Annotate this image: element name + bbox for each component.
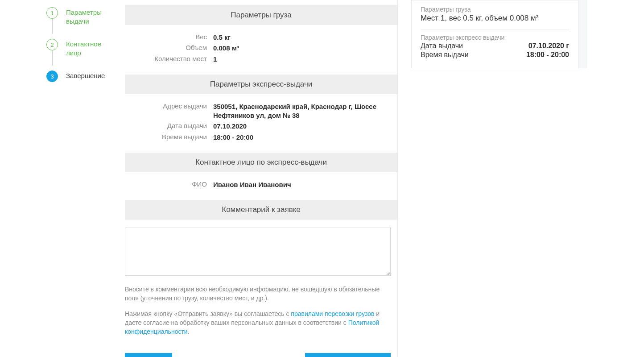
step-params[interactable]: 1 Параметры выдачи: [46, 7, 125, 39]
value-fio: Иванов Иван Иванович: [213, 180, 291, 189]
row-address: Адрес выдачи 350051, Краснодарский край,…: [125, 102, 397, 120]
row-volume: Объем 0.008 м³: [125, 44, 397, 53]
value-time: 18:00 - 20:00: [213, 133, 253, 142]
value-weight: 0.5 кг: [213, 33, 231, 42]
hint-text: .: [188, 328, 190, 335]
label-fio: ФИО: [125, 180, 213, 189]
label-weight: Вес: [125, 33, 213, 42]
step-number: 2: [46, 39, 58, 50]
rules-link[interactable]: правилами перевозки грузов: [291, 310, 374, 317]
hint-text: Нажимая кнопку «Отправить заявку» вы сог…: [125, 310, 291, 317]
express-params-block: Параметры экспресс-выдачи Адрес выдачи 3…: [125, 75, 397, 142]
step-label: Завершение: [66, 71, 105, 80]
summary-sidebar: Параметры груза Мест 1, вес 0.5 кг, объе…: [411, 0, 587, 68]
side-date-label: Дата выдачи: [421, 42, 463, 50]
label-time: Время выдачи: [125, 133, 213, 142]
label-address: Адрес выдачи: [125, 102, 213, 120]
comment-block: Комментарий к заявке Вносите в комментар…: [125, 200, 397, 357]
side-date-value: 07.10.2020 г: [528, 42, 569, 50]
step-contact[interactable]: 2 Контактное лицо: [46, 39, 125, 71]
contact-block: Контактное лицо по экспресс-выдачи ФИО И…: [125, 153, 397, 189]
step-number: 3: [46, 71, 58, 82]
step-label: Параметры выдачи: [66, 7, 102, 25]
label-volume: Объем: [125, 44, 213, 53]
value-address: 350051, Краснодарский край, Краснодар г,…: [213, 102, 383, 120]
side-time-label: Время выдачи: [421, 51, 469, 59]
side-time-row: Время выдачи 18:00 - 20:00: [421, 51, 569, 59]
label-count: Количество мест: [125, 55, 213, 64]
main-content: Параметры груза Вес 0.5 кг Объем 0.008 м…: [125, 0, 398, 357]
step-complete[interactable]: 3 Завершение: [46, 71, 125, 82]
button-row: Назад Отправить заявку: [125, 353, 391, 357]
stepper: 1 Параметры выдачи 2 Контактное лицо 3 З…: [0, 0, 125, 85]
row-count: Количество мест 1: [125, 55, 397, 64]
side-time-value: 18:00 - 20:00: [526, 51, 569, 59]
cargo-params-block: Параметры груза Вес 0.5 кг Объем 0.008 м…: [125, 5, 397, 64]
step-label: Контактное лицо: [66, 39, 101, 57]
value-count: 1: [213, 55, 217, 64]
comment-hint-1: Вносите в комментарии всю необходимую ин…: [125, 285, 391, 303]
row-weight: Вес 0.5 кг: [125, 33, 397, 42]
row-fio: ФИО Иванов Иван Иванович: [125, 180, 397, 189]
section-title-express: Параметры экспресс-выдачи: [125, 75, 397, 94]
row-time: Время выдачи 18:00 - 20:00: [125, 133, 397, 142]
submit-button[interactable]: Отправить заявку: [305, 353, 391, 357]
section-title-contact: Контактное лицо по экспресс-выдачи: [125, 153, 397, 172]
comment-hint-2: Нажимая кнопку «Отправить заявку» вы сог…: [125, 309, 391, 336]
comment-textarea[interactable]: [125, 228, 391, 276]
side-express-label: Параметры экспресс выдачи: [421, 34, 569, 41]
section-title-cargo: Параметры груза: [125, 5, 397, 25]
value-volume: 0.008 м³: [213, 44, 239, 53]
side-date-row: Дата выдачи 07.10.2020 г: [421, 42, 569, 50]
section-title-comment: Комментарий к заявке: [125, 200, 397, 220]
value-date: 07.10.2020: [213, 122, 247, 131]
side-cargo-label: Параметры груза: [421, 6, 569, 13]
row-date: Дата выдачи 07.10.2020: [125, 122, 397, 131]
side-cargo-value: Мест 1, вес 0.5 кг, объем 0.008 м³: [421, 14, 569, 23]
back-button[interactable]: Назад: [125, 353, 172, 357]
label-date: Дата выдачи: [125, 122, 213, 131]
step-number: 1: [46, 7, 58, 19]
